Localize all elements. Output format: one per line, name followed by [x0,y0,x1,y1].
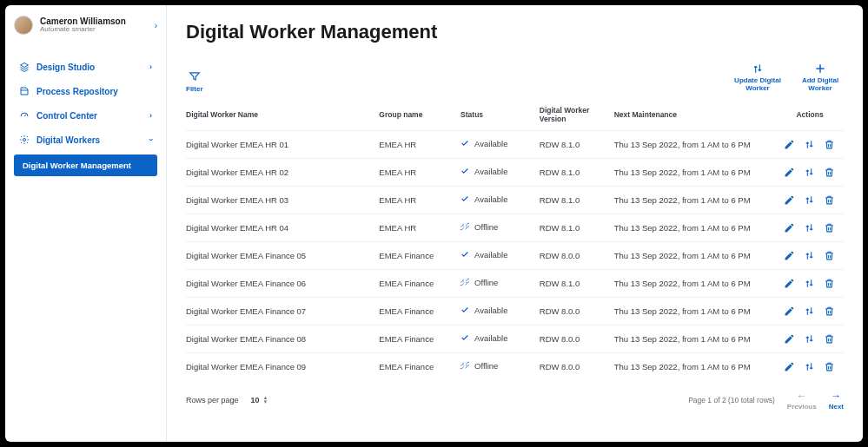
delete-button[interactable] [824,250,835,261]
cell-version: RDW 8.1.0 [540,130,614,158]
cell-version: RDW 8.1.0 [540,214,614,241]
col-header-name[interactable]: Digital Worker Name [186,100,379,131]
previous-page-button[interactable]: ← Previous [787,391,817,411]
update-icon [804,139,815,150]
cell-status: Offline [461,269,540,297]
cell-actions [781,130,844,158]
update-button[interactable] [804,167,815,178]
trash-icon [824,194,835,206]
cell-name: Digital Worker EMEA HR 03 [186,186,379,214]
rows-per-page-select[interactable]: 10 ▲▼ [251,396,268,404]
col-header-maintenance[interactable]: Next Maintenance [614,100,781,131]
cell-name: Digital Worker EMEA HR 02 [186,158,379,186]
gauge-icon [19,110,30,121]
profile-tagline: Automate smarter [40,26,126,34]
update-icon [804,222,815,233]
cell-version: RDW 8.0.0 [540,297,614,325]
chevron-right-icon: › [155,21,157,30]
update-button[interactable] [804,194,815,206]
cell-maintenance: Thu 13 Sep 2022, from 1 AM to 6 PM [614,325,781,352]
plus-icon [814,62,826,75]
pencil-icon [784,167,795,178]
cell-version: RDW 8.0.0 [540,241,614,269]
update-icon [804,194,815,206]
edit-button[interactable] [784,167,795,178]
update-digital-worker-button[interactable]: Update Digital Worker [734,62,781,93]
pencil-icon [784,278,795,289]
filter-label: Filter [186,85,203,93]
table-footer: Rows per page 10 ▲▼ Page 1 of 2 (10 tota… [186,380,844,411]
edit-button[interactable] [784,222,795,233]
profile-card[interactable]: Cameron Williamson Automate smarter › [5,12,166,43]
next-label: Next [829,403,844,411]
edit-button[interactable] [784,278,795,289]
rows-per-page-label: Rows per page [186,396,239,404]
status-text: Offline [474,278,498,287]
update-button[interactable] [804,222,815,233]
next-page-button[interactable]: → Next [829,391,844,411]
pencil-icon [784,333,795,345]
cell-maintenance: Thu 13 Sep 2022, from 1 AM to 6 PM [614,241,781,269]
check-icon [461,250,469,259]
sidebar-subitem-digital-worker-management[interactable]: Digital Worker Management [14,154,157,176]
table-row: Digital Worker EMEA Finance 09EMEA Finan… [186,352,844,380]
update-button[interactable] [804,306,815,317]
status-text: Available [474,306,507,315]
sidebar-item-design-studio[interactable]: Design Studio › [14,56,157,78]
status-text: Available [474,333,507,343]
cell-group: EMEA Finance [379,352,461,380]
cell-version: RDW 8.1.0 [540,186,614,214]
table-row: Digital Worker EMEA HR 03EMEA HRAvailabl… [186,186,844,214]
add-digital-worker-button[interactable]: Add Digital Worker [797,62,844,93]
delete-button[interactable] [824,222,835,233]
update-button[interactable] [804,278,815,289]
cell-maintenance: Thu 13 Sep 2022, from 1 AM to 6 PM [614,186,781,214]
unlink-icon [461,361,469,370]
sidebar-item-process-repository[interactable]: Process Repository [14,80,157,102]
check-icon [461,194,469,203]
cell-maintenance: Thu 13 Sep 2022, from 1 AM to 6 PM [614,352,781,380]
cell-actions [781,158,844,186]
filter-button[interactable]: Filter [186,70,203,93]
unlink-icon [461,278,469,286]
update-button[interactable] [804,333,815,345]
sidebar-item-control-center[interactable]: Control Center › [14,104,157,127]
edit-button[interactable] [784,306,795,317]
cell-status: Available [461,186,540,214]
update-icon [804,333,815,345]
col-header-version[interactable]: Digital Worker Version [540,100,614,131]
cell-maintenance: Thu 13 Sep 2022, from 1 AM to 6 PM [614,158,781,186]
delete-button[interactable] [824,361,835,372]
pencil-icon [784,139,795,150]
table-row: Digital Worker EMEA HR 04EMEA HROfflineR… [186,214,844,241]
delete-button[interactable] [824,278,835,289]
update-button[interactable] [804,139,815,150]
delete-button[interactable] [824,139,835,150]
update-button[interactable] [804,361,815,372]
delete-button[interactable] [824,167,835,178]
update-button[interactable] [804,250,815,261]
edit-button[interactable] [784,333,795,345]
col-header-group[interactable]: Group name [379,100,461,131]
delete-button[interactable] [824,333,835,345]
edit-button[interactable] [784,250,795,261]
sidebar-item-digital-workers[interactable]: Digital Workers › [14,128,157,151]
edit-button[interactable] [784,361,795,372]
edit-button[interactable] [784,194,795,206]
main-content: Digital Worker Management Filter Update … [167,5,863,442]
update-icon [804,250,815,261]
cell-actions [781,186,844,214]
cell-status: Offline [461,214,540,241]
trash-icon [824,278,835,289]
cell-group: EMEA Finance [379,325,461,352]
delete-button[interactable] [824,306,835,317]
edit-button[interactable] [784,139,795,150]
repository-icon [19,86,30,96]
pencil-icon [784,222,795,233]
cell-group: EMEA HR [379,214,461,241]
page-title: Digital Worker Management [186,21,844,43]
col-header-status[interactable]: Status [461,100,540,131]
cell-name: Digital Worker EMEA Finance 09 [186,352,379,380]
previous-label: Previous [787,403,817,411]
delete-button[interactable] [824,194,835,206]
